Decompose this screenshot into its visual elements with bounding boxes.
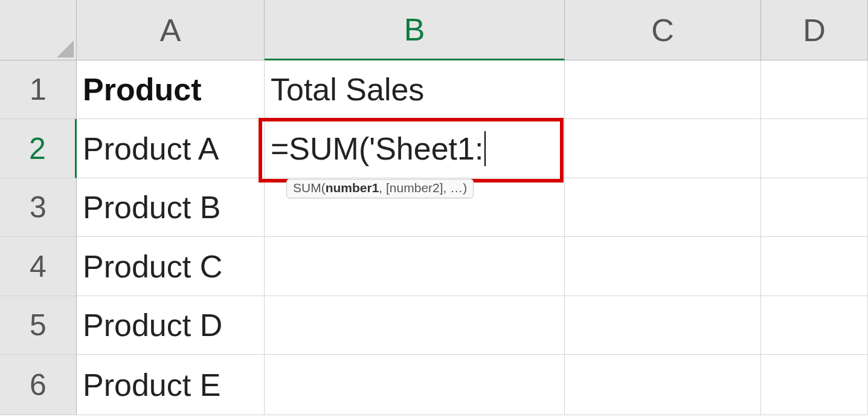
spreadsheet-grid: A B C D 1 Product Total Sales 2 Product … (0, 0, 868, 415)
cell-C1[interactable] (565, 60, 761, 119)
row-header-1[interactable]: 1 (0, 60, 77, 119)
cell-C6[interactable] (565, 355, 761, 415)
col-header-B[interactable]: B (265, 0, 565, 60)
cell-C5[interactable] (565, 296, 761, 355)
cell-A3[interactable]: Product B (77, 178, 265, 237)
cell-B5[interactable] (265, 296, 565, 355)
cell-C3[interactable] (565, 178, 761, 237)
select-all-corner[interactable] (0, 0, 77, 60)
cell-D6[interactable] (761, 355, 868, 415)
formula-tooltip[interactable]: SUM(number1, [number2], …) (286, 179, 474, 198)
row-header-3[interactable]: 3 (0, 178, 77, 237)
cell-D2[interactable] (761, 119, 868, 178)
cell-B4[interactable] (265, 237, 565, 296)
cell-A2[interactable]: Product A (77, 119, 265, 178)
cell-B2[interactable]: =SUM('Sheet1: (265, 119, 565, 178)
col-header-A[interactable]: A (77, 0, 265, 60)
cell-B1[interactable]: Total Sales (265, 60, 565, 119)
cell-D3[interactable] (761, 178, 868, 237)
cell-D5[interactable] (761, 296, 868, 355)
cell-A5[interactable]: Product D (77, 296, 265, 355)
cell-A6[interactable]: Product E (77, 355, 265, 415)
row-header-5[interactable]: 5 (0, 296, 77, 355)
cell-C4[interactable] (565, 237, 761, 296)
cell-C2[interactable] (565, 119, 761, 178)
tooltip-fn: SUM( (293, 181, 326, 195)
tooltip-arg1: number1 (326, 181, 379, 195)
formula-text: =SUM('Sheet1: (271, 131, 483, 167)
cell-A1[interactable]: Product (77, 60, 265, 119)
row-header-4[interactable]: 4 (0, 237, 77, 296)
cell-D1[interactable] (761, 60, 868, 119)
cell-A4[interactable]: Product C (77, 237, 265, 296)
col-header-C[interactable]: C (565, 0, 761, 60)
row-header-6[interactable]: 6 (0, 355, 77, 415)
text-cursor (484, 131, 485, 166)
tooltip-rest: , [number2], …) (379, 181, 467, 195)
row-header-2[interactable]: 2 (0, 119, 77, 178)
col-header-D[interactable]: D (761, 0, 868, 60)
select-all-triangle-icon (57, 40, 74, 57)
cell-B6[interactable] (265, 355, 565, 415)
cell-D4[interactable] (761, 237, 868, 296)
